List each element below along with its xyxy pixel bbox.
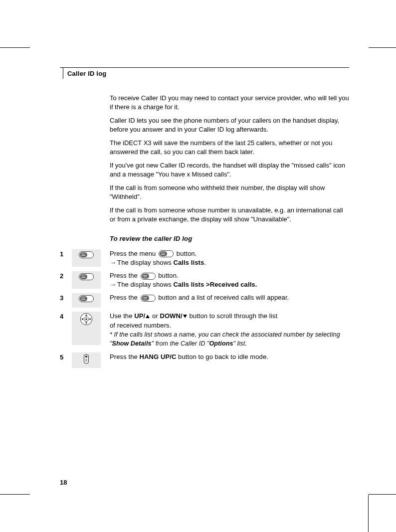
svg-point-26	[85, 319, 87, 320]
text-bold: UP/	[134, 312, 145, 320]
text-bold: HANG UP/C	[140, 353, 177, 360]
header-divider	[60, 68, 63, 79]
page-number: 18	[60, 479, 67, 486]
svg-rect-5	[160, 251, 167, 256]
text-bold: Show Details	[112, 340, 152, 347]
intro-paragraph: If the call is from someone who withheld…	[110, 183, 349, 201]
text-fragment: button and a list of received calls will…	[157, 294, 289, 301]
intro-paragraph: Caller ID lets you see the phone numbers…	[110, 116, 349, 134]
up-triangle-icon	[146, 315, 150, 318]
menu-button-icon	[159, 250, 174, 257]
step-text: Use the UP/ or DOWN/ button to scroll th…	[101, 312, 349, 348]
svg-rect-17	[80, 296, 87, 301]
menu-button-icon	[79, 250, 94, 259]
text-fragment: Press the	[110, 294, 140, 301]
step-number: 1	[60, 249, 72, 258]
crop-mark	[369, 47, 396, 48]
svg-rect-13	[142, 274, 149, 279]
down-triangle-icon	[183, 315, 187, 318]
step-icon-cell	[72, 312, 101, 345]
text-fragment: " from the Caller ID "	[152, 340, 209, 347]
crop-mark	[0, 47, 30, 48]
step-number: 2	[60, 271, 72, 280]
text-fragment: of received numbers.	[110, 322, 171, 329]
svg-rect-21	[142, 296, 149, 301]
step-text: Press the HANG UP/C button to go back to…	[101, 353, 349, 361]
step-text: Press the button and a list of received …	[101, 293, 349, 302]
step-text: Press the menu button. →The display show…	[101, 249, 349, 267]
intro-paragraph: To receive Caller ID you may need to con…	[110, 94, 349, 111]
text-fragment: Press the	[110, 272, 140, 279]
crop-mark	[369, 494, 396, 495]
text-fragment: Press the menu	[110, 250, 158, 257]
intro-paragraph: If you've got new Caller ID records, the…	[110, 161, 349, 178]
text-bold: DOWN/	[160, 312, 182, 320]
text-fragment: Use the	[110, 312, 134, 320]
text-fragment: The display shows	[117, 281, 173, 288]
text-fragment: or	[150, 312, 160, 320]
step-row: 2 Press the button. →The display shows C…	[60, 271, 349, 289]
crop-mark	[0, 494, 30, 495]
step-icon-cell	[72, 249, 101, 267]
step-icon-cell	[72, 271, 101, 289]
intro-paragraph: If the call is from someone whose number…	[110, 206, 349, 223]
text-fragment: " list.	[233, 340, 246, 347]
text-fragment: button.	[175, 250, 197, 257]
menu-button-icon	[141, 295, 156, 302]
step-text: Press the button. →The display shows Cal…	[101, 271, 349, 289]
step-row: 3 Press the button and a list of receive…	[60, 293, 349, 308]
page-content: Caller ID log To receive Caller ID you m…	[60, 67, 349, 372]
step-icon-cell	[72, 293, 101, 308]
step-row: 5 Press the HANG UP/C button to go back …	[60, 353, 349, 368]
hangup-button-icon	[82, 354, 91, 364]
crop-mark	[368, 495, 369, 532]
text-bold: Options	[209, 340, 233, 347]
step-number: 4	[60, 312, 72, 320]
text-fragment: Press the	[110, 353, 140, 360]
menu-button-icon	[141, 273, 156, 280]
step-note: * If the calls list shows a name, you ca…	[110, 331, 340, 348]
step-row: 4 Use the UP/ or DOWN/ button to scroll …	[60, 312, 349, 348]
text-fragment: .	[204, 259, 206, 266]
text-fragment: The display shows	[117, 259, 173, 266]
step-icon-cell	[72, 353, 101, 368]
intro-paragraph: The iDECT X3 will save the numbers of th…	[110, 139, 349, 156]
menu-button-icon	[79, 294, 94, 303]
steps-list: 1 Press the menu button. →The display sh…	[60, 249, 349, 372]
text-bold: Calls lists >Received calls.	[173, 281, 257, 288]
arrow-icon: →	[110, 281, 116, 288]
text-bold: Calls lists	[173, 259, 204, 266]
step-number: 5	[60, 353, 72, 361]
step-row: 1 Press the menu button. →The display sh…	[60, 249, 349, 267]
text-fragment: button.	[157, 272, 179, 279]
section-title: Caller ID log	[63, 68, 106, 79]
step-number: 3	[60, 293, 72, 302]
section-header: Caller ID log	[60, 67, 349, 79]
intro-block: To receive Caller ID you may need to con…	[110, 94, 349, 224]
text-fragment: button to go back to idle mode.	[176, 353, 268, 360]
subheading: To review the caller ID log	[110, 235, 349, 242]
svg-rect-9	[80, 274, 87, 279]
svg-rect-1	[80, 252, 87, 257]
arrow-icon: →	[110, 259, 116, 266]
menu-button-icon	[79, 272, 94, 281]
navigation-pad-icon	[80, 313, 93, 326]
text-fragment: button to scroll through the list	[188, 312, 277, 320]
